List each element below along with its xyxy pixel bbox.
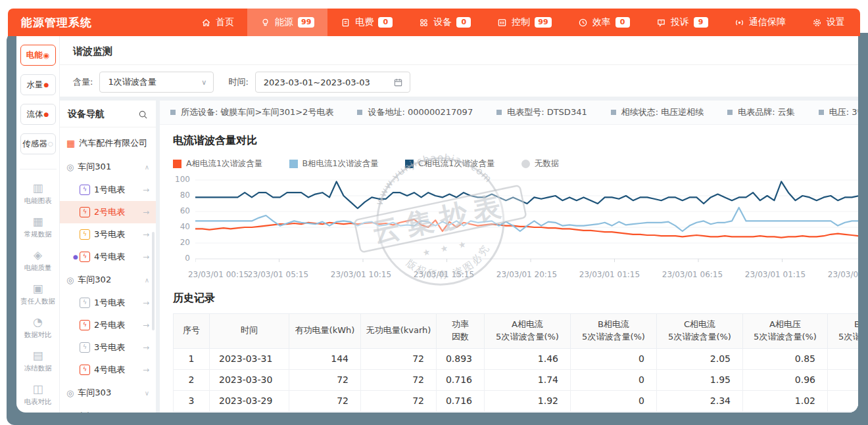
table-cell: 0.716 <box>437 390 485 411</box>
nav-item-badge: 0 <box>378 17 393 28</box>
date-range-input[interactable]: 2023-03-01~2023-03-03 <box>255 72 410 93</box>
rail-tool-label: 责任人数据 <box>20 297 55 306</box>
history-column-header: A相电压 5次谐波含量(%) <box>743 314 828 349</box>
rail-tool-常规数据[interactable]: ▦常规数据 <box>24 216 52 239</box>
legend-label: 无数据 <box>535 158 560 169</box>
legend-label: B相电流1次谐波含量 <box>302 158 379 169</box>
category-button-流体[interactable]: 流体● <box>20 104 56 125</box>
arrow-right-icon[interactable]: → <box>143 230 149 239</box>
nav-item-badge: 0 <box>615 17 630 28</box>
left-rail: 电能◉水量●流体●传感器○ ▥电能图表▦常规数据◈电能质量▣责任人数据◔数据对比… <box>16 36 60 413</box>
shield-icon: ◈ <box>34 250 42 261</box>
content-filter-label: 含量: <box>73 76 93 88</box>
nav-item-badge: 99 <box>298 17 314 28</box>
meter-label: 2号电表 <box>94 206 125 218</box>
rail-tool-label: 数据对比 <box>24 330 52 340</box>
nav-item-7[interactable]: ?投诉9 <box>643 9 721 36</box>
info-item-text: 电压: 3*220V <box>829 106 858 118</box>
tree-meter-车间301-4号电表[interactable]: ●ϟ4号电表→ <box>60 246 156 268</box>
bullet-square-icon <box>170 110 176 115</box>
device-nav-scrollbar[interactable] <box>152 232 155 330</box>
chart-x-axis: 23/03/01 00:1523/03/01 05:1523/03/01 10:… <box>195 268 858 281</box>
content-select[interactable]: 1次谐波含量 ∨ <box>99 72 214 93</box>
category-label: 传感器 <box>22 139 47 150</box>
y-tick-label: 40 <box>180 222 190 231</box>
legend-item-B相电流1次谐波含量[interactable]: B相电流1次谐波含量 <box>289 158 379 169</box>
history-column-header: 序号 <box>174 314 210 349</box>
app-window: 电能◉水量●流体●传感器○ ▥电能图表▦常规数据◈电能质量▣责任人数据◔数据对比… <box>16 36 858 413</box>
tree-company[interactable]: ▦汽车配件有限公司 <box>60 131 156 155</box>
arrow-right-icon[interactable]: → <box>143 343 149 352</box>
arrow-right-icon[interactable]: → <box>143 365 149 374</box>
rail-tool-电表对比[interactable]: ◫电表对比 <box>24 384 52 407</box>
table-cell: 0 <box>571 348 657 369</box>
rail-tool-冻结数据[interactable]: ▤冻结数据 <box>24 350 52 373</box>
history-column-header: 功率 因数 <box>437 314 485 349</box>
tree-meter-车间302-4号电表[interactable]: ϟ4号电表→ <box>60 359 156 381</box>
tree-meter-车间302-3号电表[interactable]: ϟ3号电表→ <box>60 336 156 359</box>
nav-item-9[interactable]: 设置 <box>799 9 858 36</box>
table-cell: 0.85 <box>743 348 828 369</box>
tree-group-车间302[interactable]: ◎车间302∧ <box>60 268 156 292</box>
category-button-传感器[interactable]: 传感器○ <box>20 133 56 154</box>
table-cell: 72 <box>289 369 361 390</box>
category-label: 水量 <box>27 79 43 91</box>
rail-tool-电能质量[interactable]: ◈电能质量 <box>24 250 52 273</box>
arrow-right-icon[interactable]: → <box>143 321 149 330</box>
rail-tool-label: 电能图表 <box>24 196 52 206</box>
table-cell: 0.96 <box>743 369 828 390</box>
nav-item-2[interactable]: 能源99 <box>247 9 327 36</box>
rail-tool-数据对比[interactable]: ◔数据对比 <box>24 317 52 340</box>
chevron-up-icon: ∧ <box>145 164 149 171</box>
table-cell: 1.02 <box>743 390 828 411</box>
page-title: 谐波监测 <box>60 36 858 65</box>
table-cell: 72 <box>361 390 437 411</box>
table-cell: 0 <box>571 369 657 390</box>
arrow-right-icon[interactable]: → <box>143 298 149 307</box>
data-card-icon: ▦ <box>32 216 43 227</box>
meter-icon: ϟ <box>80 298 90 308</box>
nav-item-label: 能源 <box>275 16 293 28</box>
table-row[interactable]: 32023-03-2972720.7161.9202.341.020 <box>174 390 859 411</box>
category-button-水量[interactable]: 水量● <box>20 74 56 95</box>
rail-tool-电能图表[interactable]: ▥电能图表 <box>24 183 52 206</box>
nav-item-1[interactable]: 首页 <box>188 9 247 36</box>
location-pin-icon: ◎ <box>66 388 74 398</box>
tree-group-车间303[interactable]: ◎车间303∨ <box>60 381 156 405</box>
history-column-header: A相电流 5次谐波含量(%) <box>485 314 571 349</box>
device-info-bar: 所选设备: 镀膜车间>车间301>2号电表设备地址: 000000217097电… <box>160 101 858 125</box>
group-label: 车间304 <box>78 411 141 413</box>
group-label: 车间301 <box>78 161 141 173</box>
table-row[interactable]: 12023-03-31144720.8931.4602.050.850 <box>174 348 859 369</box>
category-button-电能[interactable]: 电能◉ <box>20 45 56 66</box>
table-cell: 144 <box>289 348 361 369</box>
tree-group-车间301[interactable]: ◎车间301∧ <box>60 155 156 179</box>
legend-item-C相电流1次谐波含量[interactable]: C相电流1次谐波含量 <box>405 158 495 169</box>
tree-meter-车间301-1号电表[interactable]: ϟ1号电表→ <box>60 179 156 201</box>
tree-meter-车间302-2号电表[interactable]: ϟ2号电表→ <box>60 314 156 336</box>
rail-tool-label: 冻结数据 <box>24 364 52 373</box>
table-row[interactable]: 22023-03-3072720.7161.7401.950.960 <box>174 369 859 390</box>
search-icon[interactable] <box>138 110 148 120</box>
nav-item-6[interactable]: 效率0 <box>565 9 643 36</box>
arrow-right-icon[interactable]: → <box>143 252 149 261</box>
location-pin-icon: ◎ <box>66 162 74 172</box>
tree-meter-车间302-1号电表[interactable]: ϟ1号电表→ <box>60 292 156 314</box>
tree-meter-车间301-2号电表[interactable]: ϟ2号电表→ <box>60 201 156 223</box>
legend-item-无数据[interactable]: 无数据 <box>521 158 560 169</box>
nav-item-8[interactable]: 通信保障 <box>721 9 799 36</box>
tree-group-车间304[interactable]: ◎车间304∨ <box>60 405 156 413</box>
nav-item-label: 设备 <box>433 16 452 28</box>
meter-label: 3号电表 <box>94 342 125 353</box>
arrow-right-icon[interactable]: → <box>143 185 149 194</box>
nav-item-5[interactable]: 控制99 <box>484 9 564 36</box>
info-item-6: 电压: 3*220V <box>819 106 858 118</box>
legend-item-A相电流1次谐波含量[interactable]: A相电流1次谐波含量 <box>173 158 263 169</box>
nav-item-3[interactable]: 电费0 <box>327 9 406 36</box>
tree-meter-车间301-3号电表[interactable]: ϟ3号电表→ <box>60 223 156 246</box>
rail-tool-责任人数据[interactable]: ▣责任人数据 <box>20 283 55 306</box>
arrow-right-icon[interactable]: → <box>143 208 149 217</box>
main-panel: 所选设备: 镀膜车间>车间301>2号电表设备地址: 000000217097电… <box>160 101 858 413</box>
history-title: 历史记录 <box>173 292 858 305</box>
nav-item-4[interactable]: 设备0 <box>406 9 484 36</box>
